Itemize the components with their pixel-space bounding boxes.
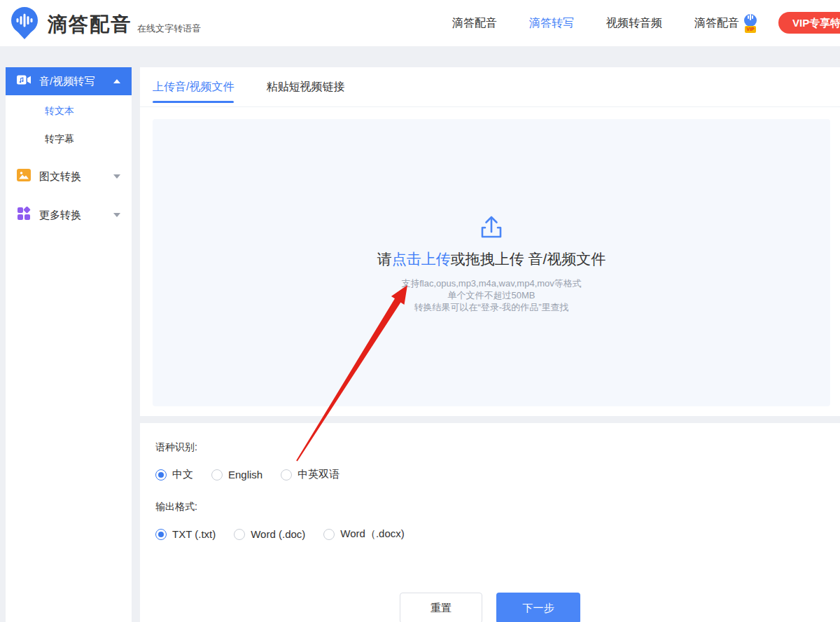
logo[interactable]: 滴答配音 在线文字转语音 — [8, 6, 201, 43]
radio-label: 中英双语 — [298, 468, 340, 481]
upload-card: 上传音/视频文件 粘贴短视频链接 请点击上传或拖拽上传 音/视频文件 支持fla… — [140, 67, 840, 416]
format-label: 输出格式: — [155, 501, 840, 513]
reset-button[interactable]: 重置 — [400, 593, 482, 622]
app-subtitle: 在线文字转语音 — [137, 22, 201, 35]
video-camera-music-icon — [17, 74, 31, 88]
radio-option-docx[interactable]: Word（.docx) — [323, 527, 404, 541]
sidebar-item-more-convert[interactable]: 更多转换 — [6, 207, 132, 223]
upload-text: 请 — [377, 251, 392, 267]
radio-label: Word (.doc) — [251, 528, 305, 540]
radio-option-txt[interactable]: TXT (.txt) — [155, 528, 216, 540]
sidebar-item-to-subtitle[interactable]: 转字幕 — [45, 132, 132, 146]
nav-item-dubbing[interactable]: 滴答配音 — [452, 16, 497, 31]
top-nav: 滴答配音 滴答转写 视频转音频 滴答配音 VIP — [452, 0, 759, 46]
sidebar-item-label: 图文转换 — [39, 170, 81, 184]
options-card: 语种识别: 中文 English 中英双语 输出格式: TXT (.txt) — [140, 423, 840, 622]
sidebar-item-label: 更多转换 — [39, 209, 81, 222]
image-icon — [17, 169, 31, 184]
action-buttons: 重置 下一步 — [140, 593, 840, 622]
radio-option-doc[interactable]: Word (.doc) — [234, 528, 305, 540]
radio-option-bilingual[interactable]: 中英双语 — [281, 468, 340, 481]
language-options: 中文 English 中英双语 — [155, 468, 840, 481]
eq-bar — [752, 15, 753, 19]
upload-text: 或拖拽上传 音/视频文件 — [451, 251, 606, 267]
nav-item-label: 滴答配音 — [694, 16, 739, 31]
chevron-down-icon — [113, 213, 120, 217]
radio-icon — [323, 529, 335, 540]
upload-hints: 支持flac,opus,mp3,m4a,wav,mp4,mov等格式 单个文件不… — [401, 277, 582, 313]
radio-label: English — [228, 469, 262, 481]
sidebar-item-to-text[interactable]: 转文本 — [45, 104, 132, 118]
app-title: 滴答配音 — [48, 11, 132, 38]
radio-icon — [234, 529, 245, 540]
sidebar-item-image-convert[interactable]: 图文转换 — [6, 168, 132, 185]
radio-icon — [155, 529, 167, 540]
radio-icon — [281, 469, 292, 481]
vip-tag: VIP — [745, 26, 756, 33]
top-header: 滴答配音 在线文字转语音 滴答配音 滴答转写 视频转音频 滴答配音 VIP VI… — [0, 0, 840, 46]
sidebar-submenu: 转文本 转字幕 — [6, 95, 132, 146]
audio-pin-logo-icon — [8, 6, 41, 43]
radio-icon — [211, 469, 223, 481]
radio-option-english[interactable]: English — [211, 469, 262, 481]
chevron-up-icon — [113, 79, 120, 83]
hint-size-limit: 单个文件不超过50MB — [401, 289, 582, 301]
format-options: TXT (.txt) Word (.doc) Word（.docx) — [155, 527, 840, 541]
tab-bar: 上传音/视频文件 粘贴短视频链接 — [140, 67, 840, 107]
eq-bar — [748, 15, 749, 19]
sidebar-item-av-transcribe[interactable]: 音/视频转写 — [6, 67, 132, 95]
radio-label: 中文 — [172, 468, 193, 481]
sidebar-item-label: 音/视频转写 — [39, 75, 94, 88]
eq-bar — [750, 14, 751, 20]
nav-item-video-to-audio[interactable]: 视频转音频 — [606, 16, 662, 31]
radio-label: TXT (.txt) — [172, 528, 216, 540]
next-step-button[interactable]: 下一步 — [496, 593, 580, 622]
hint-result-location: 转换结果可以在“登录-我的作品”里查找 — [401, 301, 582, 313]
upload-dropzone[interactable]: 请点击上传或拖拽上传 音/视频文件 支持flac,opus,mp3,m4a,wa… — [153, 119, 830, 406]
tab-paste-link[interactable]: 粘贴短视频链接 — [266, 67, 344, 106]
sidebar: 音/视频转写 转文本 转字幕 图文转换 更多转换 — [6, 67, 132, 622]
hint-formats: 支持flac,opus,mp3,m4a,wav,mp4,mov等格式 — [401, 277, 582, 289]
shapes-grid-icon — [17, 207, 31, 223]
upload-instruction: 请点击上传或拖拽上传 音/视频文件 — [377, 249, 606, 269]
vip-app-badge-icon: VIP — [742, 14, 759, 33]
nav-item-transcribe[interactable]: 滴答转写 — [529, 16, 574, 31]
nav-item-dubbing-vip[interactable]: 滴答配音 VIP — [694, 14, 759, 33]
vip-privilege-button[interactable]: VIP专享特权 — [778, 12, 840, 34]
chevron-down-icon — [113, 174, 120, 179]
tab-upload-file[interactable]: 上传音/视频文件 — [153, 67, 234, 106]
radio-label: Word（.docx) — [340, 527, 404, 541]
click-to-upload-link[interactable]: 点击上传 — [392, 251, 451, 267]
radio-icon — [155, 469, 167, 481]
main-content: 上传音/视频文件 粘贴短视频链接 请点击上传或拖拽上传 音/视频文件 支持fla… — [140, 67, 840, 622]
upload-icon — [477, 213, 506, 242]
radio-option-chinese[interactable]: 中文 — [155, 468, 193, 481]
language-label: 语种识别: — [155, 441, 840, 454]
